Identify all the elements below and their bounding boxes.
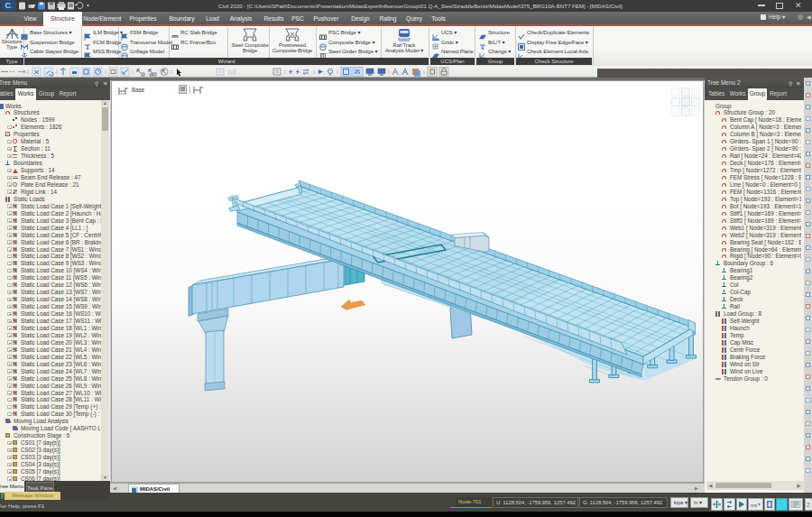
svg-text:2: 2 xyxy=(807,502,810,508)
svg-text:ms: ms xyxy=(751,502,758,507)
